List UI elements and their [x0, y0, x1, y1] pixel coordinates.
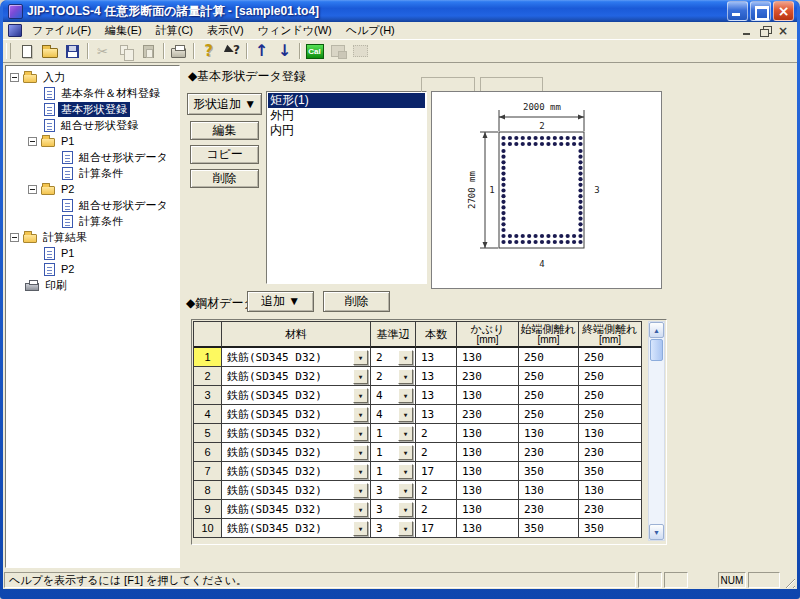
cell-material[interactable]: 鉄筋(SD345 D32)	[222, 519, 371, 538]
cell-material[interactable]: 鉄筋(SD345 D32)	[222, 386, 371, 405]
open-file-button[interactable]	[38, 41, 61, 62]
cell-cover[interactable]: 130	[457, 519, 519, 538]
row-selector[interactable]: 5	[194, 424, 222, 443]
row-selector[interactable]: 8	[194, 481, 222, 500]
dropdown-button[interactable]	[398, 464, 413, 479]
cell-end_offset[interactable]: 130	[579, 481, 642, 500]
cell-start_offset[interactable]: 130	[519, 481, 579, 500]
cell-count[interactable]: 2	[416, 424, 457, 443]
cell-cover[interactable]: 130	[457, 462, 519, 481]
cell-edge[interactable]: 1	[371, 424, 416, 443]
cell-edge[interactable]: 4	[371, 405, 416, 424]
dropdown-button[interactable]	[353, 464, 368, 479]
cell-count[interactable]: 13	[416, 367, 457, 386]
tree-item-basic-conditions[interactable]: 基本条件＆材料登録	[6, 85, 179, 101]
add-shape-button[interactable]: 形状追加 ▼	[187, 93, 262, 115]
row-selector[interactable]: 4	[194, 405, 222, 424]
cell-end_offset[interactable]: 230	[579, 443, 642, 462]
cell-material[interactable]: 鉄筋(SD345 D32)	[222, 462, 371, 481]
menu-view[interactable]: 表示(V)	[200, 22, 251, 39]
dropdown-button[interactable]	[353, 407, 368, 422]
scroll-down-button[interactable]	[649, 524, 664, 540]
tree-item-combined-shape[interactable]: 組合せ形状登録	[6, 117, 179, 133]
cell-material[interactable]: 鉄筋(SD345 D32)	[222, 500, 371, 519]
dropdown-button[interactable]	[353, 426, 368, 441]
cell-edge[interactable]: 3	[371, 481, 416, 500]
collapse-icon[interactable]	[10, 73, 19, 82]
dropdown-button[interactable]	[398, 521, 413, 536]
dropdown-button[interactable]	[398, 483, 413, 498]
dropdown-button[interactable]	[353, 521, 368, 536]
menu-calc[interactable]: 計算(C)	[149, 22, 200, 39]
cell-count[interactable]: 17	[416, 519, 457, 538]
cell-start_offset[interactable]: 130	[519, 424, 579, 443]
tree-item-p1-combined-data[interactable]: 組合せ形状データ	[6, 149, 179, 165]
cell-count[interactable]: 13	[416, 405, 457, 424]
cell-start_offset[interactable]: 230	[519, 500, 579, 519]
new-file-button[interactable]	[15, 41, 38, 62]
dropdown-button[interactable]	[353, 350, 368, 365]
dropdown-button[interactable]	[353, 369, 368, 384]
collapse-icon[interactable]	[10, 233, 19, 242]
dropdown-button[interactable]	[398, 502, 413, 517]
dropdown-button[interactable]	[398, 445, 413, 460]
cell-cover[interactable]: 230	[457, 405, 519, 424]
row-selector[interactable]: 3	[194, 386, 222, 405]
steel-add-button[interactable]: 追加 ▼	[247, 291, 314, 312]
cell-cover[interactable]: 130	[457, 348, 519, 367]
tree-item-basic-shape[interactable]: 基本形状登録	[6, 101, 179, 117]
row-selector[interactable]: 9	[194, 500, 222, 519]
cell-cover[interactable]: 130	[457, 424, 519, 443]
cell-end_offset[interactable]: 250	[579, 386, 642, 405]
cell-cover[interactable]: 130	[457, 443, 519, 462]
tree-item-result-p1[interactable]: P1	[6, 245, 179, 261]
print-button[interactable]	[167, 41, 190, 62]
dropdown-button[interactable]	[353, 445, 368, 460]
cell-material[interactable]: 鉄筋(SD345 D32)	[222, 481, 371, 500]
cell-count[interactable]: 2	[416, 500, 457, 519]
collapse-icon[interactable]	[28, 137, 37, 146]
cell-edge[interactable]: 3	[371, 519, 416, 538]
cell-end_offset[interactable]: 350	[579, 519, 642, 538]
row-selector[interactable]: 10	[194, 519, 222, 538]
cell-start_offset[interactable]: 230	[519, 443, 579, 462]
tree-item-result-p2[interactable]: P2	[6, 261, 179, 277]
tree-item-p2-combined-data[interactable]: 組合せ形状データ	[6, 197, 179, 213]
row-selector[interactable]: 1	[194, 348, 222, 367]
cell-material[interactable]: 鉄筋(SD345 D32)	[222, 405, 371, 424]
tree-item-p1-calc-conditions[interactable]: 計算条件	[6, 165, 179, 181]
cell-cover[interactable]: 130	[457, 500, 519, 519]
save-file-button[interactable]	[61, 41, 84, 62]
cell-end_offset[interactable]: 250	[579, 348, 642, 367]
tree-item-print[interactable]: 印刷	[6, 277, 179, 293]
shape-list-item-2[interactable]: 外円	[268, 108, 425, 123]
steel-delete-button[interactable]: 削除	[323, 291, 390, 312]
dropdown-button[interactable]	[398, 369, 413, 384]
dropdown-button[interactable]	[398, 426, 413, 441]
dropdown-button[interactable]	[353, 388, 368, 403]
cell-edge[interactable]: 4	[371, 386, 416, 405]
edit-button[interactable]: 編集	[190, 121, 259, 140]
cell-count[interactable]: 2	[416, 481, 457, 500]
cell-end_offset[interactable]: 350	[579, 462, 642, 481]
child-close-button[interactable]	[775, 24, 791, 38]
cell-start_offset[interactable]: 250	[519, 405, 579, 424]
scrollbar-thumb[interactable]	[650, 339, 663, 361]
collapse-icon[interactable]	[28, 185, 37, 194]
calculate-button[interactable]: Cal	[303, 41, 326, 62]
cell-count[interactable]: 17	[416, 462, 457, 481]
tree-item-p2-calc-conditions[interactable]: 計算条件	[6, 213, 179, 229]
menu-file[interactable]: ファイル(F)	[25, 22, 98, 39]
cell-count[interactable]: 2	[416, 443, 457, 462]
row-selector[interactable]: 6	[194, 443, 222, 462]
delete-button[interactable]: 削除	[190, 169, 259, 188]
cell-end_offset[interactable]: 250	[579, 405, 642, 424]
cell-end_offset[interactable]: 250	[579, 367, 642, 386]
cell-edge[interactable]: 1	[371, 443, 416, 462]
cell-start_offset[interactable]: 350	[519, 462, 579, 481]
menu-edit[interactable]: 編集(E)	[98, 22, 149, 39]
row-selector[interactable]: 7	[194, 462, 222, 481]
cell-cover[interactable]: 130	[457, 386, 519, 405]
resize-grip[interactable]	[782, 575, 795, 588]
child-minimize-button[interactable]	[739, 24, 755, 38]
